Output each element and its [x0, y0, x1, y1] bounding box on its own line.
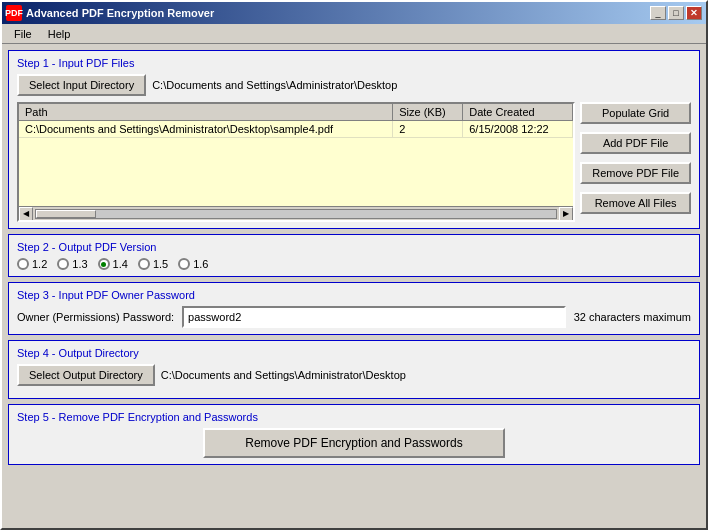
minimize-button[interactable]: _	[650, 6, 666, 20]
step3-label: Step 3 - Input PDF Owner Password	[17, 289, 691, 301]
step1-box: Step 1 - Input PDF Files Select Input Di…	[8, 50, 700, 229]
password-label: Owner (Permissions) Password:	[17, 311, 174, 323]
step3-box: Step 3 - Input PDF Owner Password Owner …	[8, 282, 700, 335]
step2-box: Step 2 - Output PDF Version 1.2 1.3 1.4 …	[8, 234, 700, 277]
table-row: C:\Documents and Settings\Administrator\…	[19, 121, 573, 138]
radio-circle-12[interactable]	[17, 258, 29, 270]
output-path-display: C:\Documents and Settings\Administrator\…	[161, 369, 406, 381]
radio-13[interactable]: 1.3	[57, 258, 87, 270]
add-pdf-button[interactable]: Add PDF File	[580, 132, 691, 154]
close-button[interactable]: ✕	[686, 6, 702, 20]
radio-circle-16[interactable]	[178, 258, 190, 270]
step2-label: Step 2 - Output PDF Version	[17, 241, 691, 253]
password-input[interactable]	[182, 306, 566, 328]
scroll-left-btn[interactable]: ◀	[19, 207, 33, 221]
menu-help[interactable]: Help	[40, 26, 79, 42]
scroll-right-btn[interactable]: ▶	[559, 207, 573, 221]
window-title: Advanced PDF Encryption Remover	[26, 7, 214, 19]
radio-label-16: 1.6	[193, 258, 208, 270]
col-date: Date Created	[463, 104, 573, 120]
radio-label-15: 1.5	[153, 258, 168, 270]
scroll-track[interactable]	[35, 209, 557, 219]
grid-header: Path Size (KB) Date Created	[19, 104, 573, 121]
radio-label-14: 1.4	[113, 258, 128, 270]
step1-label: Step 1 - Input PDF Files	[17, 57, 691, 69]
title-bar-left: PDF Advanced PDF Encryption Remover	[6, 5, 214, 21]
step3-row: Owner (Permissions) Password: 32 charact…	[17, 306, 691, 328]
select-output-dir-button[interactable]: Select Output Directory	[17, 364, 155, 386]
step5-label: Step 5 - Remove PDF Encryption and Passw…	[17, 411, 691, 423]
grid-side-buttons: Populate Grid Add PDF File Remove PDF Fi…	[580, 102, 691, 222]
remove-all-button[interactable]: Remove All Files	[580, 192, 691, 214]
file-grid-container: Path Size (KB) Date Created C:\Documents…	[17, 102, 575, 222]
cell-size: 2	[393, 121, 463, 137]
cell-date: 6/15/2008 12:22	[463, 121, 573, 137]
file-grid: Path Size (KB) Date Created C:\Documents…	[17, 102, 575, 222]
radio-circle-13[interactable]	[57, 258, 69, 270]
input-path-display: C:\Documents and Settings\Administrator\…	[152, 79, 397, 91]
char-limit: 32 characters maximum	[574, 311, 691, 323]
radio-label-13: 1.3	[72, 258, 87, 270]
radio-14[interactable]: 1.4	[98, 258, 128, 270]
radio-label-12: 1.2	[32, 258, 47, 270]
grid-with-buttons: Path Size (KB) Date Created C:\Documents…	[17, 102, 691, 222]
select-input-dir-button[interactable]: Select Input Directory	[17, 74, 146, 96]
radio-circle-15[interactable]	[138, 258, 150, 270]
radio-15[interactable]: 1.5	[138, 258, 168, 270]
step5-box: Step 5 - Remove PDF Encryption and Passw…	[8, 404, 700, 465]
radio-circle-14[interactable]	[98, 258, 110, 270]
step4-label: Step 4 - Output Directory	[17, 347, 691, 359]
scroll-thumb[interactable]	[36, 210, 96, 218]
populate-grid-button[interactable]: Populate Grid	[580, 102, 691, 124]
version-radio-group: 1.2 1.3 1.4 1.5 1.6	[17, 258, 691, 270]
col-path: Path	[19, 104, 393, 120]
app-icon: PDF	[6, 5, 22, 21]
step4-box: Step 4 - Output Directory Select Output …	[8, 340, 700, 399]
cell-path: C:\Documents and Settings\Administrator\…	[19, 121, 393, 137]
step1-dir-row: Select Input Directory C:\Documents and …	[17, 74, 691, 96]
step5-row: Remove PDF Encryption and Passwords	[17, 428, 691, 458]
radio-12[interactable]: 1.2	[17, 258, 47, 270]
menu-file[interactable]: File	[6, 26, 40, 42]
step4-dir-row: Select Output Directory C:\Documents and…	[17, 364, 691, 386]
menu-bar: File Help	[2, 24, 706, 44]
content-area: Step 1 - Input PDF Files Select Input Di…	[2, 44, 706, 528]
radio-16[interactable]: 1.6	[178, 258, 208, 270]
title-buttons: _ □ ✕	[650, 6, 702, 20]
remove-encryption-button[interactable]: Remove PDF Encryption and Passwords	[203, 428, 504, 458]
main-window: PDF Advanced PDF Encryption Remover _ □ …	[0, 0, 708, 530]
horizontal-scrollbar[interactable]: ◀ ▶	[19, 206, 573, 220]
maximize-button[interactable]: □	[668, 6, 684, 20]
grid-body[interactable]: C:\Documents and Settings\Administrator\…	[19, 121, 573, 206]
col-size: Size (KB)	[393, 104, 463, 120]
remove-pdf-button[interactable]: Remove PDF File	[580, 162, 691, 184]
title-bar: PDF Advanced PDF Encryption Remover _ □ …	[2, 2, 706, 24]
